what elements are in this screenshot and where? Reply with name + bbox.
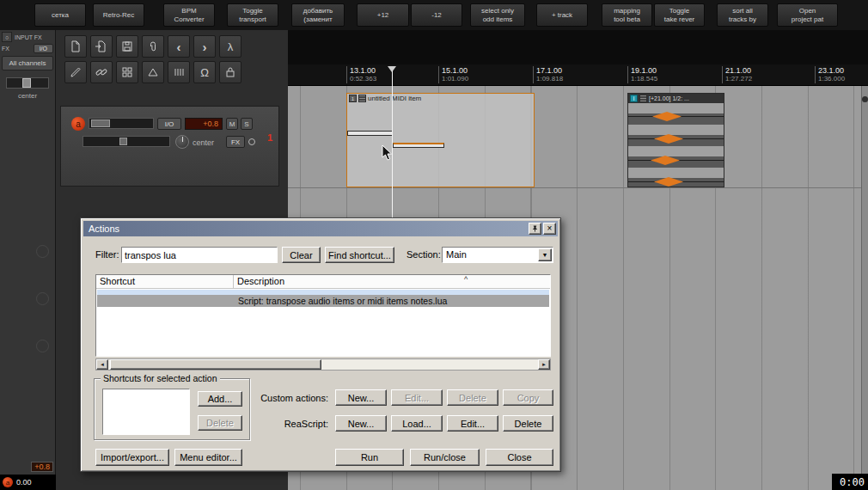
add-shortcut-button[interactable]: Add...	[198, 391, 242, 407]
toolbar-button-plus-12[interactable]: +12	[357, 3, 409, 27]
menu-editor-button[interactable]: Menu editor...	[174, 449, 242, 466]
toolbar-button-toggle-take[interactable]: Toggle take rever	[654, 3, 705, 27]
toolbar-button-open-project[interactable]: Open project pat	[777, 3, 838, 27]
piano-roll-icon[interactable]	[358, 95, 366, 102]
shortcuts-list[interactable]	[102, 389, 190, 435]
import-export-button[interactable]: Import/export...	[95, 449, 169, 466]
scroll-left-icon[interactable]: ◄	[96, 359, 108, 370]
find-shortcut-button[interactable]: Find shortcut...	[325, 247, 394, 263]
stretch-marker-icon[interactable]	[651, 156, 680, 165]
column-header-description[interactable]: Description	[234, 275, 288, 288]
grid-icon[interactable]	[116, 61, 138, 83]
solo-button[interactable]: S	[241, 118, 253, 130]
actions-table-header[interactable]: Shortcut Description	[96, 275, 550, 289]
pencil-icon[interactable]	[64, 61, 87, 83]
toolbar-button-bpm-converter[interactable]: BPM Converter	[163, 3, 215, 27]
routing-button[interactable]: I/O	[157, 118, 181, 130]
dialog-titlebar[interactable]: Actions	[83, 221, 558, 236]
lock-icon[interactable]	[219, 61, 241, 83]
lambda-icon[interactable]: λ	[219, 35, 241, 58]
item-properties-icon[interactable]	[639, 95, 647, 102]
toolbar-button-add-track[interactable]: + track	[536, 3, 588, 27]
new-project-icon[interactable]	[64, 35, 87, 58]
section-dropdown-value: Main	[444, 249, 467, 260]
midi-item-header[interactable]: 1 untitled MIDI item	[347, 94, 534, 103]
stretch-marker-icon[interactable]	[654, 134, 683, 144]
master-record-icon[interactable]: a	[3, 477, 13, 487]
custom-delete-button[interactable]: Delete	[447, 389, 498, 406]
open-project-icon[interactable]	[90, 35, 113, 58]
vertical-scrollbar[interactable]	[861, 86, 868, 490]
toolbar-button-sort-tracks[interactable]: sort all tracks by	[717, 3, 768, 27]
clear-button[interactable]: Clear	[282, 247, 321, 263]
custom-edit-button[interactable]: Edit...	[391, 389, 443, 406]
column-header-shortcut[interactable]: Shortcut	[96, 275, 234, 288]
record-arm-button[interactable]: a	[71, 117, 85, 131]
volume-fader[interactable]	[89, 118, 154, 129]
grouping-icon[interactable]	[168, 61, 190, 83]
section-dropdown[interactable]: Main ▼	[442, 247, 553, 263]
toolbar-button-minus-12[interactable]: -12	[411, 3, 462, 27]
midi-item[interactable]: 1 untitled MIDI item	[346, 93, 535, 187]
close-button[interactable]: Close	[486, 449, 553, 466]
omega-icon[interactable]: Ω	[193, 61, 216, 83]
stretch-marker-icon[interactable]	[652, 112, 682, 121]
custom-new-button[interactable]: New...	[335, 389, 387, 406]
fx-label[interactable]: FX	[2, 46, 9, 52]
custom-actions-label: Custom actions:	[253, 393, 328, 403]
scroll-right-icon[interactable]: ►	[538, 359, 550, 370]
master-pan-fader[interactable]	[6, 77, 49, 89]
toolbar-button-grid[interactable]: сетка	[34, 3, 86, 27]
pin-icon[interactable]	[529, 223, 541, 235]
item-lock-badge[interactable]: 1	[349, 95, 357, 102]
save-project-icon[interactable]	[116, 35, 138, 58]
stretch-marker-icon[interactable]	[654, 177, 683, 187]
link-icon[interactable]	[90, 61, 113, 83]
scrollbar-thumb[interactable]	[110, 359, 321, 370]
close-icon[interactable]: ×	[543, 223, 556, 235]
sort-caret-icon: ^	[464, 275, 468, 284]
top-toolbar: сетка Retro-Rec BPM Converter Toggle tra…	[0, 0, 868, 30]
custom-copy-button[interactable]: Copy	[503, 389, 553, 406]
all-channels-button[interactable]: All channels	[2, 56, 53, 70]
nav-forward-icon[interactable]: ›	[193, 35, 216, 58]
pan-knob[interactable]	[175, 135, 189, 149]
nav-back-icon[interactable]: ‹	[168, 35, 190, 58]
toolbar-button-toggle-transport[interactable]: Toggle transport	[227, 3, 278, 27]
pan-fader-handle[interactable]	[119, 138, 127, 145]
attach-icon[interactable]	[142, 35, 164, 58]
reascript-load-button[interactable]: Load...	[391, 415, 443, 432]
master-pan-handle[interactable]	[22, 78, 31, 88]
reascript-edit-button[interactable]: Edit...	[447, 415, 498, 432]
chevron-down-icon[interactable]: ▼	[538, 248, 552, 261]
toolbar-button-select-odd[interactable]: select only odd items	[470, 3, 525, 27]
input-fx-power-icon[interactable]: ○	[2, 32, 12, 42]
fx-bypass-icon[interactable]	[248, 138, 255, 145]
reascript-new-button[interactable]: New...	[335, 415, 387, 432]
pan-fader[interactable]	[83, 136, 170, 147]
run-button[interactable]: Run	[335, 449, 404, 466]
filter-input[interactable]	[121, 247, 278, 263]
stretch-marker-item[interactable]: i [+21.00] 1/2: ...	[627, 93, 724, 187]
actions-table[interactable]: Shortcut Description ^ Script: transpose…	[95, 274, 551, 357]
timeline-ruler[interactable]: 13.1.000:52.363 15.1.001:01.090 17.1.001…	[288, 64, 868, 86]
table-row-selected[interactable]: Script: transpose audio items or midi it…	[97, 295, 549, 307]
mute-button[interactable]: M	[226, 118, 238, 130]
toolbar-button-retro-rec[interactable]: Retro-Rec	[93, 3, 144, 27]
fx-button[interactable]: FX	[226, 136, 245, 148]
toolbar-button-mapping-tool[interactable]: mapping tool beta	[602, 3, 652, 27]
vertical-scrollbar-knob[interactable]	[862, 96, 868, 102]
toolbar-button-add-replace[interactable]: добавить (заменит	[291, 3, 345, 27]
envelope-icon[interactable]	[142, 61, 164, 83]
delete-shortcut-button[interactable]: Delete	[198, 415, 242, 431]
midi-note[interactable]	[347, 131, 393, 136]
mouse-cursor	[382, 144, 394, 162]
midi-note[interactable]	[393, 143, 444, 148]
stretch-item-header[interactable]: i [+21.00] 1/2: ...	[628, 94, 724, 103]
item-info-icon[interactable]: i	[630, 95, 638, 102]
volume-fader-handle[interactable]	[91, 119, 110, 127]
reascript-delete-button[interactable]: Delete	[503, 415, 553, 432]
master-io-button[interactable]: I/O	[34, 44, 53, 53]
horizontal-scrollbar[interactable]: ◄ ►	[95, 358, 551, 371]
run-close-button[interactable]: Run/close	[410, 449, 480, 466]
